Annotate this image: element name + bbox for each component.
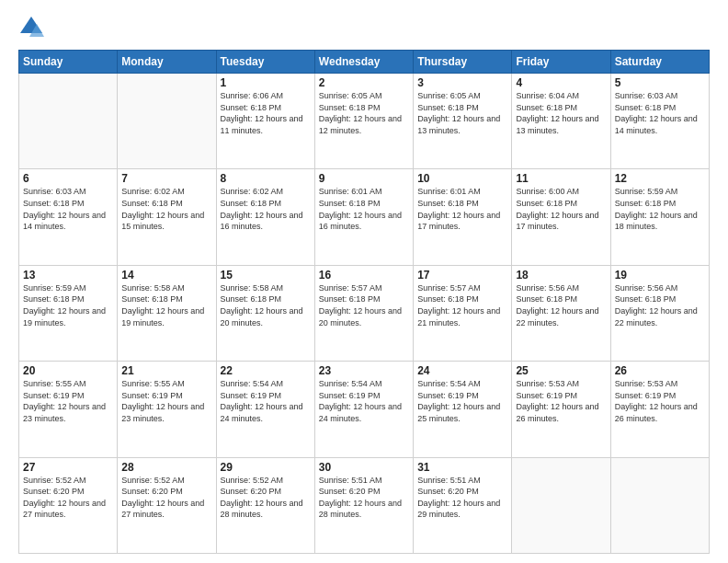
day-info: Sunrise: 5:51 AM Sunset: 6:20 PM Dayligh…	[319, 475, 409, 521]
day-number: 9	[319, 172, 409, 185]
calendar-table: SundayMondayTuesdayWednesdayThursdayFrid…	[18, 50, 710, 554]
day-info: Sunrise: 6:03 AM Sunset: 6:18 PM Dayligh…	[615, 90, 705, 136]
day-info: Sunrise: 5:59 AM Sunset: 6:18 PM Dayligh…	[23, 282, 113, 328]
day-info: Sunrise: 5:53 AM Sunset: 6:19 PM Dayligh…	[516, 378, 606, 424]
day-info: Sunrise: 6:05 AM Sunset: 6:18 PM Dayligh…	[319, 90, 409, 136]
day-info: Sunrise: 6:01 AM Sunset: 6:18 PM Dayligh…	[417, 186, 507, 232]
page: SundayMondayTuesdayWednesdayThursdayFrid…	[0, 0, 728, 563]
weekday-header-tuesday: Tuesday	[216, 51, 314, 74]
day-number: 6	[23, 172, 113, 185]
calendar-cell: 7Sunrise: 6:02 AM Sunset: 6:18 PM Daylig…	[118, 169, 216, 265]
calendar-cell: 27Sunrise: 5:52 AM Sunset: 6:20 PM Dayli…	[19, 457, 118, 553]
day-number: 29	[221, 461, 311, 474]
weekday-header-friday: Friday	[512, 51, 610, 74]
logo	[18, 15, 48, 40]
calendar-cell: 10Sunrise: 6:01 AM Sunset: 6:18 PM Dayli…	[414, 169, 512, 265]
day-info: Sunrise: 5:52 AM Sunset: 6:20 PM Dayligh…	[121, 475, 211, 521]
day-info: Sunrise: 5:58 AM Sunset: 6:18 PM Dayligh…	[221, 282, 311, 328]
calendar-cell: 22Sunrise: 5:54 AM Sunset: 6:19 PM Dayli…	[216, 362, 314, 457]
day-info: Sunrise: 6:04 AM Sunset: 6:18 PM Dayligh…	[516, 90, 606, 136]
weekday-header-wednesday: Wednesday	[314, 51, 413, 74]
day-number: 20	[23, 364, 113, 377]
day-number: 8	[221, 172, 311, 185]
day-number: 23	[319, 364, 409, 377]
calendar-cell: 18Sunrise: 5:56 AM Sunset: 6:18 PM Dayli…	[512, 265, 610, 361]
calendar-cell: 15Sunrise: 5:58 AM Sunset: 6:18 PM Dayli…	[216, 265, 314, 361]
day-info: Sunrise: 5:51 AM Sunset: 6:20 PM Dayligh…	[417, 475, 507, 521]
day-info: Sunrise: 5:54 AM Sunset: 6:19 PM Dayligh…	[221, 378, 311, 424]
day-number: 24	[417, 364, 507, 377]
calendar-cell: 19Sunrise: 5:56 AM Sunset: 6:18 PM Dayli…	[610, 265, 709, 361]
day-number: 31	[417, 461, 507, 474]
calendar-cell: 16Sunrise: 5:57 AM Sunset: 6:18 PM Dayli…	[314, 265, 413, 361]
day-number: 1	[221, 76, 311, 89]
calendar-cell: 31Sunrise: 5:51 AM Sunset: 6:20 PM Dayli…	[414, 457, 512, 553]
day-number: 30	[319, 461, 409, 474]
header	[18, 15, 710, 40]
day-number: 17	[417, 269, 507, 282]
calendar-cell: 17Sunrise: 5:57 AM Sunset: 6:18 PM Dayli…	[414, 265, 512, 361]
calendar-cell: 5Sunrise: 6:03 AM Sunset: 6:18 PM Daylig…	[610, 74, 709, 169]
calendar-cell	[19, 74, 118, 169]
day-number: 15	[221, 269, 311, 282]
day-number: 2	[319, 76, 409, 89]
calendar-cell: 14Sunrise: 5:58 AM Sunset: 6:18 PM Dayli…	[118, 265, 216, 361]
day-number: 26	[615, 364, 705, 377]
day-info: Sunrise: 5:57 AM Sunset: 6:18 PM Dayligh…	[417, 282, 507, 328]
day-info: Sunrise: 5:58 AM Sunset: 6:18 PM Dayligh…	[121, 282, 211, 328]
calendar-cell: 29Sunrise: 5:52 AM Sunset: 6:20 PM Dayli…	[216, 457, 314, 553]
calendar-week-4: 20Sunrise: 5:55 AM Sunset: 6:19 PM Dayli…	[19, 362, 710, 457]
day-number: 4	[516, 76, 606, 89]
day-info: Sunrise: 5:56 AM Sunset: 6:18 PM Dayligh…	[615, 282, 705, 328]
calendar-cell	[610, 457, 709, 553]
day-info: Sunrise: 5:59 AM Sunset: 6:18 PM Dayligh…	[615, 186, 705, 232]
calendar-cell	[512, 457, 610, 553]
weekday-header-sunday: Sunday	[19, 51, 118, 74]
day-number: 14	[121, 269, 211, 282]
day-info: Sunrise: 6:01 AM Sunset: 6:18 PM Dayligh…	[319, 186, 409, 232]
day-number: 11	[516, 172, 606, 185]
day-info: Sunrise: 6:05 AM Sunset: 6:18 PM Dayligh…	[417, 90, 507, 136]
day-number: 28	[121, 461, 211, 474]
calendar-cell: 20Sunrise: 5:55 AM Sunset: 6:19 PM Dayli…	[19, 362, 118, 457]
day-number: 3	[417, 76, 507, 89]
calendar-cell: 6Sunrise: 6:03 AM Sunset: 6:18 PM Daylig…	[19, 169, 118, 265]
day-info: Sunrise: 6:02 AM Sunset: 6:18 PM Dayligh…	[121, 186, 211, 232]
calendar-week-5: 27Sunrise: 5:52 AM Sunset: 6:20 PM Dayli…	[19, 457, 710, 553]
calendar-cell: 25Sunrise: 5:53 AM Sunset: 6:19 PM Dayli…	[512, 362, 610, 457]
calendar-cell: 24Sunrise: 5:54 AM Sunset: 6:19 PM Dayli…	[414, 362, 512, 457]
weekday-header-thursday: Thursday	[414, 51, 512, 74]
weekday-header-saturday: Saturday	[610, 51, 709, 74]
day-info: Sunrise: 6:03 AM Sunset: 6:18 PM Dayligh…	[23, 186, 113, 232]
calendar-cell: 12Sunrise: 5:59 AM Sunset: 6:18 PM Dayli…	[610, 169, 709, 265]
day-info: Sunrise: 6:06 AM Sunset: 6:18 PM Dayligh…	[221, 90, 311, 136]
day-info: Sunrise: 5:53 AM Sunset: 6:19 PM Dayligh…	[615, 378, 705, 424]
day-number: 7	[121, 172, 211, 185]
calendar-cell: 30Sunrise: 5:51 AM Sunset: 6:20 PM Dayli…	[314, 457, 413, 553]
calendar-cell: 9Sunrise: 6:01 AM Sunset: 6:18 PM Daylig…	[314, 169, 413, 265]
day-number: 22	[221, 364, 311, 377]
calendar-cell: 26Sunrise: 5:53 AM Sunset: 6:19 PM Dayli…	[610, 362, 709, 457]
calendar-cell: 11Sunrise: 6:00 AM Sunset: 6:18 PM Dayli…	[512, 169, 610, 265]
day-info: Sunrise: 5:56 AM Sunset: 6:18 PM Dayligh…	[516, 282, 606, 328]
day-info: Sunrise: 5:57 AM Sunset: 6:18 PM Dayligh…	[319, 282, 409, 328]
day-number: 13	[23, 269, 113, 282]
calendar-cell: 2Sunrise: 6:05 AM Sunset: 6:18 PM Daylig…	[314, 74, 413, 169]
calendar-week-1: 1Sunrise: 6:06 AM Sunset: 6:18 PM Daylig…	[19, 74, 710, 169]
calendar-cell: 8Sunrise: 6:02 AM Sunset: 6:18 PM Daylig…	[216, 169, 314, 265]
day-info: Sunrise: 5:52 AM Sunset: 6:20 PM Dayligh…	[221, 475, 311, 521]
calendar-cell: 21Sunrise: 5:55 AM Sunset: 6:19 PM Dayli…	[118, 362, 216, 457]
calendar-week-3: 13Sunrise: 5:59 AM Sunset: 6:18 PM Dayli…	[19, 265, 710, 361]
day-number: 10	[417, 172, 507, 185]
calendar-cell: 28Sunrise: 5:52 AM Sunset: 6:20 PM Dayli…	[118, 457, 216, 553]
day-info: Sunrise: 5:54 AM Sunset: 6:19 PM Dayligh…	[417, 378, 507, 424]
day-info: Sunrise: 5:55 AM Sunset: 6:19 PM Dayligh…	[23, 378, 113, 424]
day-number: 27	[23, 461, 113, 474]
calendar-cell: 23Sunrise: 5:54 AM Sunset: 6:19 PM Dayli…	[314, 362, 413, 457]
calendar-cell	[118, 74, 216, 169]
calendar-cell: 3Sunrise: 6:05 AM Sunset: 6:18 PM Daylig…	[414, 74, 512, 169]
calendar-cell: 13Sunrise: 5:59 AM Sunset: 6:18 PM Dayli…	[19, 265, 118, 361]
day-number: 16	[319, 269, 409, 282]
weekday-header-row: SundayMondayTuesdayWednesdayThursdayFrid…	[19, 51, 710, 74]
day-info: Sunrise: 6:02 AM Sunset: 6:18 PM Dayligh…	[221, 186, 311, 232]
